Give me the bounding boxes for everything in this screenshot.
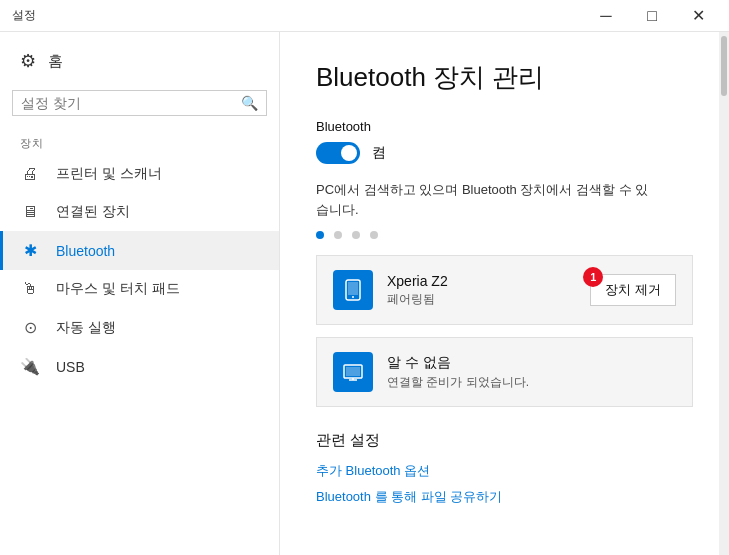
search-icon: 🔍 — [241, 95, 258, 111]
unknown-device-info: 알 수 없음 연결할 준비가 되었습니다. — [387, 354, 676, 391]
svg-point-2 — [352, 296, 354, 298]
unknown-device-status: 연결할 준비가 되었습니다. — [387, 374, 676, 391]
dot-1 — [316, 231, 324, 239]
mouse-icon: 🖱 — [20, 280, 40, 298]
maximize-button[interactable]: □ — [629, 0, 675, 32]
device-card-unknown: 알 수 없음 연결할 준비가 되었습니다. — [316, 337, 693, 407]
sidebar-label-autorun: 자동 실행 — [56, 319, 116, 337]
related-settings-title: 관련 설정 — [316, 431, 693, 450]
device-card-xperia: Xperia Z2 페어링됨 1 장치 제거 — [316, 255, 693, 325]
scrollbar[interactable] — [719, 32, 729, 555]
autorun-icon: ⊙ — [20, 318, 40, 337]
remove-btn-label: 장치 제거 — [605, 281, 661, 299]
main-content: Bluetooth 장치 관리 Bluetooth 켬 PC에서 검색하고 있으… — [280, 32, 729, 555]
close-button[interactable]: ✕ — [675, 0, 721, 32]
titlebar: 설정 ─ □ ✕ — [0, 0, 729, 32]
sidebar-home-label: 홈 — [48, 52, 63, 71]
bluetooth-toggle-row: 켬 — [316, 142, 693, 164]
remove-badge: 1 — [583, 267, 603, 287]
xperia-device-status: 페어링됨 — [387, 291, 576, 308]
page-title: Bluetooth 장치 관리 — [316, 60, 693, 95]
sidebar-item-autorun[interactable]: ⊙ 자동 실행 — [0, 308, 279, 347]
sidebar-item-usb[interactable]: 🔌 USB — [0, 347, 279, 386]
bluetooth-icon: ✱ — [20, 241, 40, 260]
sidebar-item-bluetooth[interactable]: ✱ Bluetooth — [0, 231, 279, 270]
toggle-state-label: 켬 — [372, 144, 386, 162]
bluetooth-toggle[interactable] — [316, 142, 360, 164]
content-area: ⚙ 홈 🔍 장치 🖨 프린터 및 스캐너 🖥 연결된 장치 ✱ Blueto — [0, 32, 729, 555]
bluetooth-info-text: PC에서 검색하고 있으며 Bluetooth 장치에서 검색할 수 있습니다. — [316, 180, 656, 219]
search-box[interactable]: 🔍 — [12, 90, 267, 116]
related-settings-section: 관련 설정 추가 Bluetooth 옵션 Bluetooth 를 통해 파일 … — [316, 431, 693, 506]
sidebar-section-label: 장치 — [0, 124, 279, 155]
usb-icon: 🔌 — [20, 357, 40, 376]
printer-icon: 🖨 — [20, 165, 40, 183]
sidebar-label-bluetooth: Bluetooth — [56, 243, 115, 259]
sidebar-item-printer[interactable]: 🖨 프린터 및 스캐너 — [0, 155, 279, 193]
minimize-button[interactable]: ─ — [583, 0, 629, 32]
xperia-device-icon — [333, 270, 373, 310]
svg-rect-1 — [348, 282, 358, 295]
window-controls: ─ □ ✕ — [583, 0, 721, 32]
related-link-share[interactable]: Bluetooth 를 통해 파일 공유하기 — [316, 488, 693, 506]
dot-3 — [352, 231, 360, 239]
home-icon: ⚙ — [20, 50, 36, 72]
bluetooth-section-label: Bluetooth — [316, 119, 693, 134]
dot-2 — [334, 231, 342, 239]
unknown-device-icon — [333, 352, 373, 392]
svg-rect-4 — [346, 367, 360, 376]
settings-window: 설정 ─ □ ✕ ⚙ 홈 🔍 장치 🖨 프린터 및 스캐너 — [0, 0, 729, 555]
remove-device-button[interactable]: 1 장치 제거 — [590, 274, 676, 306]
sidebar-home-item[interactable]: ⚙ 홈 — [0, 40, 279, 82]
unknown-device-name: 알 수 없음 — [387, 354, 676, 372]
related-link-options[interactable]: 추가 Bluetooth 옵션 — [316, 462, 693, 480]
sidebar-label-printer: 프린터 및 스캐너 — [56, 165, 162, 183]
sidebar: ⚙ 홈 🔍 장치 🖨 프린터 및 스캐너 🖥 연결된 장치 ✱ Blueto — [0, 32, 280, 555]
scrollbar-thumb[interactable] — [721, 36, 727, 96]
sidebar-label-usb: USB — [56, 359, 85, 375]
sidebar-item-connected[interactable]: 🖥 연결된 장치 — [0, 193, 279, 231]
sidebar-item-mouse[interactable]: 🖱 마우스 및 터치 패드 — [0, 270, 279, 308]
sidebar-label-mouse: 마우스 및 터치 패드 — [56, 280, 180, 298]
window-title: 설정 — [12, 7, 36, 24]
xperia-device-info: Xperia Z2 페어링됨 — [387, 273, 576, 308]
dot-4 — [370, 231, 378, 239]
sidebar-label-connected: 연결된 장치 — [56, 203, 130, 221]
search-input[interactable] — [21, 95, 241, 111]
loading-dots — [316, 231, 693, 239]
connected-icon: 🖥 — [20, 203, 40, 221]
xperia-device-name: Xperia Z2 — [387, 273, 576, 289]
